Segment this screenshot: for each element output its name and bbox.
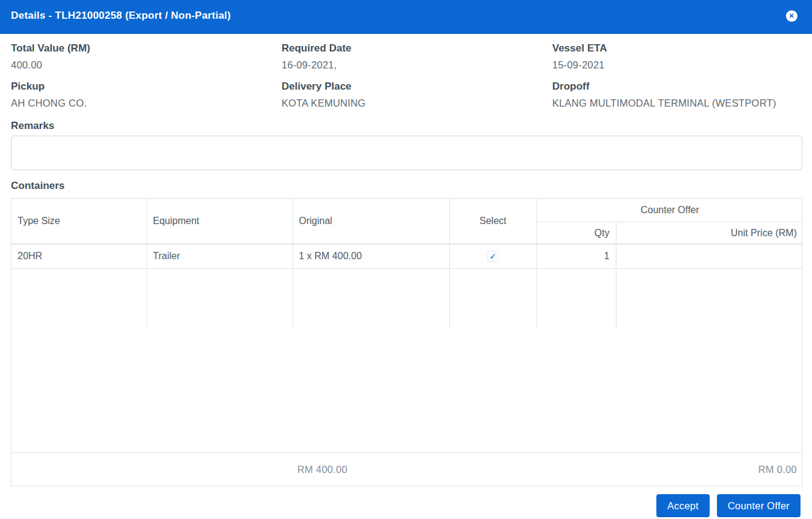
- table-header: Type Size Equipment Original Select Coun…: [12, 199, 803, 244]
- dropoff-label: Dropoff: [552, 81, 802, 93]
- col-header-select: Select: [449, 199, 536, 244]
- cell-original: 1 x RM 400.00: [292, 244, 449, 268]
- field-vessel-eta: Vessel ETA 15-09-2021: [552, 42, 802, 71]
- remarks-section: Remarks Containers: [0, 120, 812, 192]
- check-icon: ✓: [489, 252, 497, 260]
- dropoff: KLANG MULTIMODAL TERMINAL (WESTPORT): [552, 97, 802, 109]
- modal-header: Details - TLH21000258 (Export / Non-Part…: [0, 0, 812, 34]
- close-button[interactable]: ✕: [785, 10, 797, 22]
- col-header-type-size: Type Size: [12, 199, 147, 244]
- pickup: AH CHONG CO.: [11, 97, 282, 109]
- info-section: Total Value (RM) 400.00 Required Date 16…: [0, 34, 812, 119]
- container-row: 20HR Trailer 1 x RM 400.00 ✓ 1: [12, 244, 803, 268]
- vessel-eta: 15-09-2021: [552, 59, 802, 71]
- delivery-place-label: Delivery Place: [282, 81, 552, 93]
- cell-type-size: 20HR: [12, 244, 147, 268]
- required-date: 16-09-2021,: [282, 59, 552, 71]
- original-total: RM 400.00: [297, 464, 348, 475]
- cell-qty: 1: [536, 244, 616, 268]
- pickup-label: Pickup: [11, 81, 282, 93]
- table-footer: RM 400.00 RM 0.00: [12, 452, 802, 486]
- cell-select: ✓: [449, 244, 536, 268]
- containers-heading: Containers: [11, 180, 802, 192]
- field-delivery-place: Delivery Place KOTA KEMUNING: [282, 81, 552, 109]
- total-value-label: Total Value (RM): [11, 42, 282, 55]
- counter-offer-button[interactable]: Counter Offer: [717, 494, 800, 517]
- field-total-value: Total Value (RM) 400.00: [11, 42, 282, 71]
- field-dropoff: Dropoff KLANG MULTIMODAL TERMINAL (WESTP…: [552, 81, 802, 109]
- col-header-original: Original: [292, 199, 449, 244]
- col-header-unit-price: Unit Price (RM): [616, 222, 803, 245]
- accept-button[interactable]: Accept: [656, 494, 710, 517]
- containers-grid: Type Size Equipment Original Select Coun…: [12, 199, 803, 328]
- total-value: 400.00: [11, 59, 282, 71]
- close-icon: ✕: [786, 10, 797, 22]
- field-required-date: Required Date 16-09-2021,: [282, 42, 552, 71]
- table-empty-area: [12, 328, 802, 452]
- vessel-eta-label: Vessel ETA: [552, 42, 802, 55]
- row-select-checkbox[interactable]: ✓: [487, 251, 498, 262]
- delivery-place: KOTA KEMUNING: [282, 97, 552, 109]
- cell-equipment: Trailer: [147, 244, 292, 268]
- empty-row: [12, 268, 803, 329]
- field-pickup: Pickup AH CHONG CO.: [11, 81, 282, 109]
- col-header-qty: Qty: [536, 222, 616, 245]
- remarks-input[interactable]: [11, 136, 802, 170]
- cell-unit-price: [616, 244, 803, 268]
- col-header-equipment: Equipment: [147, 199, 292, 244]
- modal-title: Details - TLH21000258 (Export / Non-Part…: [11, 10, 231, 22]
- col-header-counter-offer: Counter Offer: [536, 199, 803, 222]
- details-modal: Details - TLH21000258 (Export / Non-Part…: [0, 0, 812, 517]
- containers-table: Type Size Equipment Original Select Coun…: [11, 198, 802, 486]
- remarks-label: Remarks: [11, 120, 802, 132]
- required-date-label: Required Date: [282, 42, 552, 55]
- action-bar: Accept Counter Offer: [0, 494, 800, 517]
- counter-offer-total: RM 0.00: [758, 464, 802, 475]
